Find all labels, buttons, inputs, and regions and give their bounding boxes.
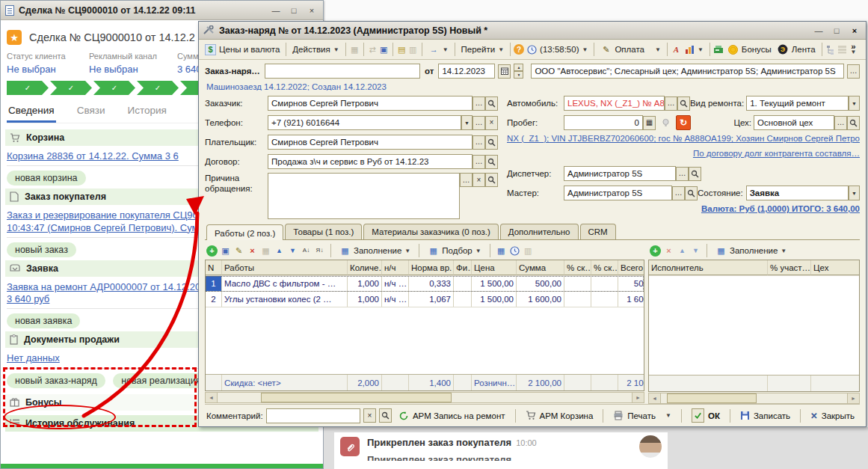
tab-crm[interactable]: CRM: [580, 224, 616, 239]
phone-select-button[interactable]: …: [473, 116, 485, 130]
reason-clear-button[interactable]: ×: [473, 173, 485, 187]
reason-open-button[interactable]: [485, 173, 498, 187]
date-spinner[interactable]: ▲▼: [514, 64, 523, 79]
close-button[interactable]: ✕Закрыть: [807, 409, 858, 423]
reason-select-button[interactable]: …: [460, 173, 473, 187]
order-number-input[interactable]: [265, 64, 420, 79]
repair-type-select[interactable]: 1. Текущий ремонт: [746, 96, 849, 111]
new-work-order-button[interactable]: новый заказ-наряд: [7, 373, 105, 388]
table-row[interactable]: 2 Углы установки колес (2 … 1,000 н/ч … …: [206, 292, 644, 307]
tab-svyazi[interactable]: Связи: [76, 102, 107, 123]
copy-add-icon[interactable]: ▣: [378, 44, 390, 55]
time-button[interactable]: (13:58:50)▼: [524, 43, 591, 56]
state-select[interactable]: Заявка: [746, 186, 849, 200]
comment-clear-button[interactable]: ×: [363, 408, 376, 423]
scroll-left-icon[interactable]: ◄: [206, 393, 218, 402]
bonuses-button[interactable]: Бонусы: [724, 43, 775, 57]
customer-field[interactable]: Смирнов Сергей Петрович: [268, 96, 473, 111]
arm-record-button[interactable]: АРМ Запись на ремонт: [395, 409, 509, 423]
col-disc2[interactable]: % ск…: [591, 260, 618, 275]
feed-message-card[interactable]: Прикреплен заказ покупателя10:00 Прикреп…: [334, 432, 668, 469]
feed-button[interactable]: ЭЛента: [775, 43, 819, 57]
deal-titlebar[interactable]: Сделка № СЦ9000010 от 14.12.22 09:11 — □…: [1, 1, 323, 20]
car-field[interactable]: LEXUS, NX (_Z1_) № А888ОА199: [564, 96, 665, 111]
fill-values-icon[interactable]: ▤: [396, 44, 407, 55]
report-chart-button[interactable]: ▼: [682, 43, 707, 56]
works-hscrollbar[interactable]: ◄ ►: [205, 392, 644, 403]
refresh-icon[interactable]: ⇄: [367, 44, 378, 55]
new-order-button[interactable]: новый заказ: [7, 242, 76, 257]
executors-hscrollbar[interactable]: ◄ ►: [648, 393, 860, 404]
calculator-icon[interactable]: ▦: [643, 116, 656, 130]
scroll-left-icon[interactable]: ◄: [649, 393, 661, 403]
state-dropdown[interactable]: ▼: [849, 186, 860, 200]
timer-icon[interactable]: [509, 245, 520, 257]
payment-button[interactable]: ✎Оплата▼: [597, 43, 663, 57]
executors-table-empty-area[interactable]: [649, 276, 859, 375]
col-name[interactable]: Работы: [222, 260, 348, 275]
move-up-icon[interactable]: ▲: [677, 245, 688, 257]
order-close-button[interactable]: ×: [848, 25, 861, 37]
add-row-icon[interactable]: +: [206, 245, 218, 257]
dispatcher-field[interactable]: Администратор 5S: [564, 166, 676, 181]
calendar-icon[interactable]: [498, 64, 511, 79]
col-sum[interactable]: Сумма: [517, 260, 564, 275]
print-button[interactable]: Печать▼: [609, 409, 675, 422]
new-realization-button[interactable]: новая реализация: [113, 373, 209, 388]
new-request-button[interactable]: новая заявка: [7, 313, 80, 328]
dispatcher-select-button[interactable]: …: [676, 167, 689, 181]
reason-textarea[interactable]: [268, 173, 460, 219]
mileage-field[interactable]: 0: [564, 115, 643, 130]
order-date-input[interactable]: 14.12.2023: [438, 64, 495, 79]
col-nh[interactable]: н/ч: [382, 260, 409, 275]
prices-currency-button[interactable]: $Цены и валюта: [202, 43, 283, 57]
phone-field[interactable]: +7 (921) 6016644: [268, 115, 461, 130]
tree-icon[interactable]: [825, 44, 837, 55]
currency-total-link[interactable]: Валюта: Руб (1,0000) ИТОГО: 3 640,00: [507, 204, 860, 216]
vin-link[interactable]: NX (_Z1_); VIN JTJBERBZ702060600; гос № …: [507, 134, 860, 146]
toolbar-overflow-button[interactable]: »▼: [848, 42, 860, 57]
deal-close-button[interactable]: ×: [305, 4, 318, 16]
deal-minimize-button[interactable]: —: [269, 4, 283, 16]
tab-goods[interactable]: Товары (1 поз.): [285, 224, 362, 239]
delete-row-icon[interactable]: ×: [247, 245, 258, 257]
col-norm[interactable]: Норма вр.: [409, 260, 454, 275]
order-maximize-button[interactable]: □: [830, 25, 843, 37]
add-table-icon[interactable]: ▦: [496, 245, 507, 257]
contractor-debt-link[interactable]: По договору долг контрагента составля…: [507, 149, 860, 161]
visit-link[interactable]: Машинозаезд 14.12.2022; Создан 14.12.202…: [206, 82, 860, 91]
organization-field[interactable]: ООО "Автосервис"; Слесарный цех; Админис…: [531, 64, 844, 79]
client-status-value[interactable]: Не выбран: [7, 64, 89, 75]
scroll-thumb[interactable]: [261, 393, 452, 402]
fill-menu-button[interactable]: ▦Заполнение▼: [336, 244, 413, 258]
shop-open-button[interactable]: [847, 116, 860, 130]
stage-chevron[interactable]: ✓: [7, 81, 49, 95]
col-price[interactable]: Цена: [472, 260, 517, 275]
cashbox-icon[interactable]: [713, 44, 724, 55]
edit-row-icon[interactable]: ✎: [233, 245, 244, 257]
tab-materials[interactable]: Материалы заказчика (0 поз.): [363, 224, 498, 239]
car-open-button[interactable]: [677, 96, 690, 111]
table-row[interactable]: 1 Масло ДВС с фильтром - … 1,000 н/ч … 0…: [206, 276, 644, 292]
phone-dropdown-button[interactable]: ▼: [461, 115, 473, 130]
copy-row-icon[interactable]: ▣: [220, 245, 231, 257]
master-open-button[interactable]: [685, 186, 698, 200]
col-disc1[interactable]: % ск…: [564, 260, 591, 275]
deal-maximize-button[interactable]: □: [287, 4, 301, 16]
pick-menu-button[interactable]: ▦Подбор▼: [425, 244, 484, 258]
customer-open-button[interactable]: [485, 96, 498, 111]
executors-fill-menu-button[interactable]: ▦Заполнение▼: [712, 244, 789, 258]
goto-menu-button[interactable]: Перейти▼: [458, 43, 508, 55]
tab-extra[interactable]: Дополнительно: [500, 224, 579, 239]
new-cart-button[interactable]: новая корзина: [7, 171, 86, 186]
comment-input[interactable]: [266, 408, 360, 423]
col-qty[interactable]: Количе…: [348, 260, 382, 275]
payer-open-button[interactable]: [485, 135, 498, 150]
tab-works[interactable]: Работы (2 поз.): [206, 224, 283, 240]
order-titlebar[interactable]: Заказ-наряд № от 14.12.2023 (Администрат…: [199, 22, 866, 40]
col-percent[interactable]: % участ…: [768, 260, 811, 275]
col-executor[interactable]: Исполнитель: [649, 260, 768, 275]
customer-select-button[interactable]: …: [473, 96, 485, 111]
contract-field[interactable]: Продажа з\ч и сервис в Руб от 14.12.23: [268, 154, 473, 169]
car-select-button[interactable]: …: [665, 96, 677, 111]
